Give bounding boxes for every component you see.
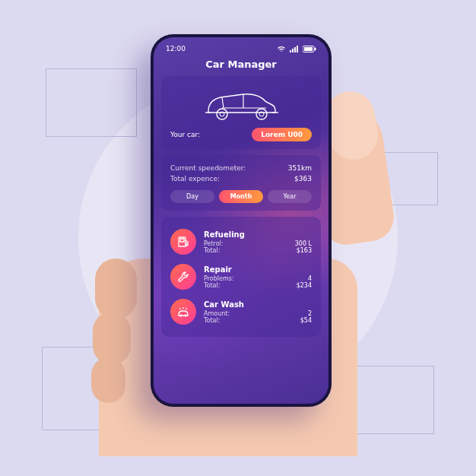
svg-rect-2 [294, 47, 296, 52]
period-month-button[interactable]: Month [219, 190, 263, 203]
wifi-icon [277, 46, 286, 52]
svg-rect-3 [297, 46, 298, 52]
app-title: Car Manager [154, 56, 328, 76]
fuel-icon [170, 229, 196, 255]
phone-screen: 12:00 Car Manager [154, 37, 328, 404]
svg-rect-6 [315, 47, 316, 50]
period-year-button[interactable]: Year [268, 190, 312, 203]
category-refueling[interactable]: Refueling Petrol:300 L Total:$163 [170, 224, 312, 259]
categories-card: Refueling Petrol:300 L Total:$163 Repair… [161, 217, 321, 337]
stat-value: $54 [300, 317, 312, 324]
speedometer-value: 351km [288, 164, 312, 172]
speedometer-label: Current speedometer: [170, 164, 246, 172]
svg-rect-1 [292, 49, 294, 52]
stat-label: Amount: [204, 310, 230, 317]
stat-label: Total: [204, 317, 220, 324]
stat-label: Problems: [204, 275, 234, 282]
period-day-button[interactable]: Day [170, 190, 214, 203]
battery-icon [303, 46, 316, 52]
status-bar: 12:00 [154, 37, 328, 56]
stat-value: $163 [297, 247, 312, 254]
stats-card: Current speedometer: 351km Total expence… [161, 155, 321, 211]
car-summary-card: Your car: Lorem U00 [161, 76, 321, 149]
category-repair[interactable]: Repair Problems:4 Total:$234 [170, 259, 312, 294]
stat-value: 300 L [295, 240, 312, 247]
stat-value: 2 [308, 310, 312, 317]
category-carwash[interactable]: Car Wash Amount:2 Total:$54 [170, 294, 312, 329]
category-title: Refueling [204, 230, 312, 239]
car-select-button[interactable]: Lorem U00 [252, 128, 312, 141]
stat-label: Total: [204, 282, 220, 289]
stat-label: Petrol: [204, 240, 224, 247]
expense-label: Total expence: [170, 175, 220, 182]
svg-point-7 [217, 109, 227, 119]
stat-label: Total: [204, 247, 220, 254]
carwash-icon [170, 299, 196, 325]
stat-value: 4 [308, 275, 312, 282]
signal-icon [290, 46, 299, 52]
svg-rect-0 [290, 50, 291, 52]
your-car-label: Your car: [170, 131, 200, 138]
stat-value: $234 [297, 282, 312, 289]
svg-point-9 [256, 109, 267, 119]
svg-rect-5 [304, 47, 313, 51]
wrench-icon [170, 264, 196, 290]
status-time: 12:00 [166, 45, 186, 52]
expense-value: $363 [294, 175, 312, 182]
phone-frame: 12:00 Car Manager [151, 34, 332, 407]
category-title: Car Wash [204, 300, 312, 309]
category-title: Repair [204, 265, 312, 274]
car-icon [170, 84, 312, 128]
